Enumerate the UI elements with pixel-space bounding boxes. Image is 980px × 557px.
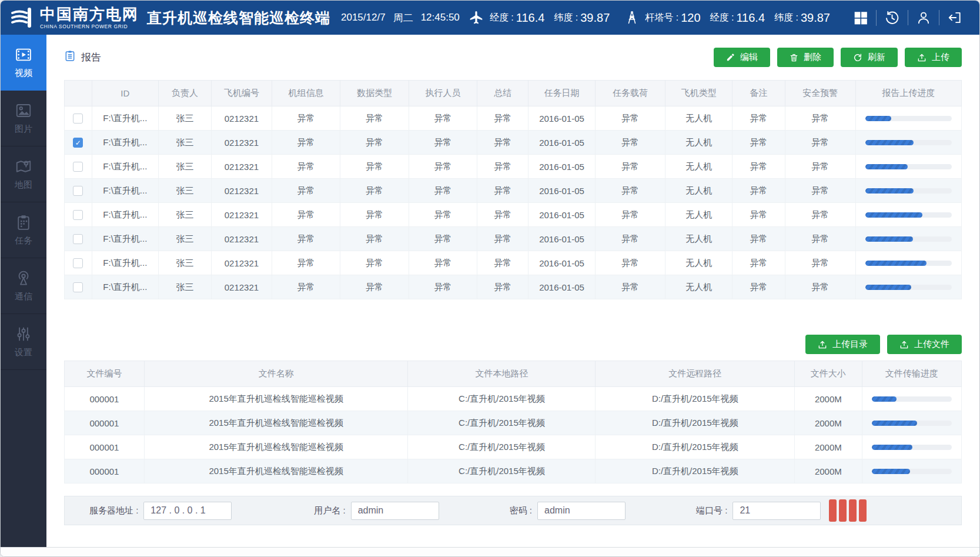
- column-header-file_size: 文件大小: [795, 361, 862, 387]
- table-row: 0000012015年直升机巡检线智能巡检视频C:/直升机/2015年视频D:/…: [65, 387, 962, 411]
- csg-logo-icon: [10, 6, 35, 29]
- table-row: F:\直升机...张三0212321异常异常异常异常2016-01-05异常无人…: [65, 275, 962, 299]
- cell-executor: 异常: [409, 155, 477, 179]
- row-checkbox[interactable]: [73, 162, 83, 172]
- cell-plane_type: 无人机: [665, 179, 732, 203]
- server-address-input[interactable]: [143, 502, 232, 520]
- sidebar-item-task[interactable]: 任务: [1, 202, 46, 258]
- cell-remark: 异常: [732, 131, 785, 155]
- cell-plane_no: 0212321: [212, 155, 272, 179]
- column-header-plane_no: 飞机编号: [212, 81, 272, 106]
- username-label: 用户名 :: [314, 505, 345, 516]
- signal-bar: [829, 499, 837, 522]
- username-input[interactable]: [351, 502, 439, 520]
- password-group: 密码 :: [510, 502, 626, 520]
- checkbox-cell: [65, 203, 92, 227]
- delete-button[interactable]: 删除: [777, 48, 834, 67]
- column-header-plane_type: 飞机类型: [665, 81, 732, 106]
- cell-file_name: 2015年直升机巡检线智能巡检视频: [144, 459, 408, 483]
- row-checkbox[interactable]: [73, 258, 83, 268]
- progress-fill: [865, 140, 914, 145]
- upload-directory-button[interactable]: 上传目录: [805, 335, 880, 354]
- tower-no-value: 120: [681, 11, 700, 25]
- progress-fill: [865, 116, 891, 121]
- tower-lon-value: 116.4: [736, 11, 765, 25]
- table-row: F:\直升机...张三0212321异常异常异常异常2016-01-05异常无人…: [65, 155, 962, 179]
- edit-button[interactable]: 编辑: [714, 48, 770, 67]
- sidebar-item-label: 通信: [15, 291, 32, 302]
- cell-payload: 异常: [595, 131, 665, 155]
- cell-owner: 张三: [159, 227, 212, 251]
- row-checkbox[interactable]: [73, 234, 83, 244]
- column-header-remark: 备注: [732, 81, 785, 106]
- communication-icon: [14, 269, 33, 287]
- cell-file_size: 2000M: [795, 459, 862, 483]
- column-header-file_no: 文件编号: [65, 361, 145, 387]
- progress-track: [865, 164, 952, 169]
- select-column-header: [65, 81, 92, 106]
- row-checkbox-checked[interactable]: [73, 138, 83, 148]
- table-row: 0000012015年直升机巡检线智能巡检视频C:/直升机/2015年视频D:/…: [65, 411, 962, 435]
- upload-file-button[interactable]: 上传文件: [887, 335, 962, 354]
- cell-id: F:\直升机...: [92, 275, 158, 299]
- progress-cell: [855, 275, 961, 299]
- column-header-executor: 执行人员: [409, 81, 477, 106]
- column-header-owner: 负责人: [159, 81, 212, 106]
- table-row: F:\直升机...张三0212321异常异常异常异常2016-01-05异常无人…: [65, 251, 962, 275]
- cell-id: F:\直升机...: [92, 203, 158, 227]
- cell-crew_info: 异常: [272, 106, 340, 131]
- cell-owner: 张三: [159, 203, 212, 227]
- cell-payload: 异常: [595, 203, 665, 227]
- sidebar-item-settings[interactable]: 设置: [1, 314, 46, 370]
- column-header-progress: 文件传输进度: [862, 361, 961, 387]
- cell-owner: 张三: [159, 155, 212, 179]
- cell-executor: 异常: [409, 106, 477, 131]
- file-table: 文件编号文件名称文件本地路径文件远程路径文件大小文件传输进度 000001201…: [64, 361, 962, 483]
- company-logo: 中国南方电网 CHINA SOUTHERN POWER GRID: [10, 6, 139, 29]
- tower-lat-value: 39.87: [801, 11, 830, 25]
- row-checkbox[interactable]: [73, 186, 83, 196]
- cell-task_date: 2016-01-05: [529, 227, 595, 251]
- password-label: 密码 :: [510, 505, 532, 516]
- refresh-icon: [853, 53, 862, 62]
- upload-button[interactable]: 上传: [905, 48, 962, 67]
- progress-cell: [855, 131, 961, 155]
- progress-fill: [865, 188, 914, 194]
- sidebar-item-image[interactable]: 图片: [1, 91, 46, 146]
- header-buttons: [845, 10, 970, 26]
- user-icon[interactable]: [908, 10, 939, 25]
- progress-track: [865, 285, 952, 290]
- windows-icon[interactable]: [845, 10, 876, 25]
- sidebar-item-communication[interactable]: 通信: [1, 258, 46, 314]
- page-title: 直升机巡检线智能巡检终端: [147, 8, 330, 28]
- cell-id: F:\直升机...: [92, 179, 158, 203]
- cell-executor: 异常: [409, 203, 477, 227]
- port-input[interactable]: [733, 502, 821, 520]
- cell-crew_info: 异常: [272, 203, 340, 227]
- upload-icon: [899, 340, 909, 349]
- logout-icon[interactable]: [939, 10, 970, 25]
- aircraft-geo: 经度 : 116.4 纬度 : 39.87: [469, 10, 610, 25]
- cell-warning: 异常: [785, 251, 855, 275]
- row-checkbox[interactable]: [73, 210, 83, 220]
- history-icon[interactable]: [876, 10, 908, 26]
- cell-task_date: 2016-01-05: [529, 131, 595, 155]
- window-bottom-strip: [1, 547, 979, 556]
- cell-plane_type: 无人机: [665, 131, 732, 155]
- refresh-button[interactable]: 刷新: [841, 48, 898, 67]
- sidebar-item-map[interactable]: 地图: [1, 146, 46, 202]
- row-checkbox[interactable]: [73, 114, 83, 124]
- cell-remark: 异常: [732, 203, 785, 227]
- column-header-summary: 总结: [477, 81, 529, 106]
- sidebar-item-label: 视频: [15, 68, 32, 79]
- upload-file-label: 上传文件: [914, 339, 949, 350]
- table-row: 0000012015年直升机巡检线智能巡检视频C:/直升机/2015年视频D:/…: [65, 435, 962, 459]
- cell-remark: 异常: [732, 106, 785, 131]
- password-input[interactable]: [537, 502, 626, 520]
- cell-id: F:\直升机...: [92, 131, 158, 155]
- row-checkbox[interactable]: [73, 282, 83, 292]
- cell-crew_info: 异常: [272, 251, 340, 275]
- checkbox-cell: [65, 251, 92, 275]
- header-status-area: 经度 : 116.4 纬度 : 39.87 杆塔号 : 120 经度 : 116…: [469, 10, 970, 26]
- sidebar-item-video[interactable]: 视频: [1, 35, 46, 91]
